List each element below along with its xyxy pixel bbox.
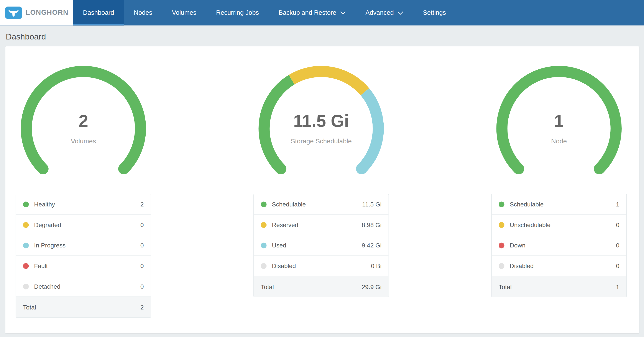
longhorn-bull-icon bbox=[5, 6, 22, 19]
legend-value: 2 bbox=[140, 201, 144, 208]
gauge-arc-segment bbox=[502, 71, 616, 169]
brand-logo[interactable]: LONGHORN bbox=[0, 0, 73, 25]
legend-label: Down bbox=[510, 242, 526, 249]
legend-label: Reserved bbox=[272, 221, 298, 228]
legend-value: 0 bbox=[616, 221, 620, 228]
nav-item-label: Volumes bbox=[172, 9, 196, 16]
legend-value: 0 bbox=[140, 242, 144, 249]
legend-value: 1 bbox=[616, 201, 620, 208]
gray-status-dot bbox=[261, 263, 267, 269]
legend-label: Schedulable bbox=[510, 201, 544, 208]
legend-row: Schedulable11.5 Gi bbox=[254, 194, 388, 215]
legend-value: 0 bbox=[616, 242, 620, 249]
legend-total-row: Total1 bbox=[492, 276, 626, 297]
legend-value: 0 Bi bbox=[371, 262, 382, 269]
nav-item-volumes[interactable]: Volumes bbox=[162, 0, 206, 25]
green-status-dot bbox=[23, 201, 29, 207]
nav-item-label: Dashboard bbox=[83, 9, 114, 16]
storage-gauge: 11.5 Gi Storage Schedulable bbox=[258, 65, 385, 192]
nav-item-label: Backup and Restore bbox=[278, 9, 336, 16]
legend-label: Unschedulable bbox=[510, 221, 550, 228]
chevron-down-icon bbox=[398, 11, 403, 14]
legend-row: Used9.42 Gi bbox=[254, 235, 388, 256]
legend-row: Disabled0 Bi bbox=[254, 256, 388, 276]
nav-item-label: Advanced bbox=[366, 9, 394, 16]
nav-item-recurring-jobs[interactable]: Recurring Jobs bbox=[206, 0, 268, 25]
gray-status-dot bbox=[498, 263, 504, 269]
storage-gauge-chart bbox=[258, 65, 385, 192]
legend-row: In Progress0 bbox=[16, 235, 151, 256]
legend-label: Schedulable bbox=[272, 201, 306, 208]
legend-row: Fault0 bbox=[16, 256, 151, 276]
charts-row: 2 Volumes Healthy2Degraded0In Progress0F… bbox=[16, 65, 627, 318]
nav-item-dashboard[interactable]: Dashboard bbox=[73, 0, 124, 25]
nav-item-label: Recurring Jobs bbox=[216, 9, 259, 16]
yellow-status-dot bbox=[498, 222, 504, 228]
blue-status-dot bbox=[23, 243, 29, 248]
legend-label: Used bbox=[272, 242, 286, 249]
legend-total-value: 1 bbox=[616, 283, 620, 290]
legend-total-label: Total bbox=[23, 304, 36, 311]
legend-value: 11.5 Gi bbox=[362, 201, 382, 208]
legend-label: Healthy bbox=[34, 201, 55, 208]
legend-total-label: Total bbox=[261, 283, 274, 290]
gauge-arc-segment bbox=[26, 71, 140, 169]
storage-legend: Schedulable11.5 GiReserved8.98 GiUsed9.4… bbox=[254, 194, 389, 297]
chevron-down-icon bbox=[340, 11, 346, 14]
node-chart-column: 1 Node Schedulable1Unschedulable0Down0Di… bbox=[491, 65, 627, 318]
gauge-arc-segment bbox=[264, 80, 292, 169]
legend-row: Degraded0 bbox=[16, 215, 151, 235]
legend-total-row: Total29.9 Gi bbox=[254, 276, 388, 297]
yellow-status-dot bbox=[23, 222, 29, 228]
yellow-status-dot bbox=[261, 222, 267, 228]
legend-row: Healthy2 bbox=[16, 194, 151, 215]
red-status-dot bbox=[498, 243, 504, 248]
nav-items: Dashboard Nodes Volumes Recurring Jobs B… bbox=[73, 0, 456, 25]
legend-row: Unschedulable0 bbox=[492, 215, 626, 235]
dashboard-card: 2 Volumes Healthy2Degraded0In Progress0F… bbox=[6, 46, 639, 333]
node-gauge-chart bbox=[495, 65, 623, 192]
nav-item-settings[interactable]: Settings bbox=[413, 0, 456, 25]
volumes-gauge-chart bbox=[20, 65, 147, 192]
green-status-dot bbox=[261, 201, 267, 207]
nav-item-backup-and-restore[interactable]: Backup and Restore bbox=[269, 0, 356, 25]
legend-label: Disabled bbox=[272, 262, 296, 269]
gray-status-dot bbox=[23, 284, 29, 289]
gauge-arc-cap bbox=[594, 163, 605, 174]
legend-value: 9.42 Gi bbox=[362, 242, 382, 249]
legend-total-row: Total2 bbox=[16, 297, 151, 318]
gauge-arc-segment bbox=[292, 71, 365, 92]
legend-label: Degraded bbox=[34, 221, 61, 228]
nav-item-nodes[interactable]: Nodes bbox=[124, 0, 162, 25]
brand-name: LONGHORN bbox=[26, 9, 68, 17]
node-gauge: 1 Node bbox=[495, 65, 623, 192]
legend-row: Disabled0 bbox=[492, 256, 626, 276]
node-legend: Schedulable1Unschedulable0Down0Disabled0… bbox=[491, 194, 627, 297]
gauge-arc-cap bbox=[118, 163, 129, 174]
legend-value: 0 bbox=[140, 262, 144, 269]
legend-value: 0 bbox=[140, 221, 144, 228]
gauge-arc-segment bbox=[362, 92, 378, 169]
legend-value: 0 bbox=[140, 283, 144, 290]
legend-value: 0 bbox=[616, 262, 620, 269]
volumes-gauge: 2 Volumes bbox=[20, 65, 147, 192]
legend-value: 8.98 Gi bbox=[362, 221, 382, 228]
page-title: Dashboard bbox=[6, 32, 639, 42]
blue-status-dot bbox=[261, 243, 267, 248]
nav-item-advanced[interactable]: Advanced bbox=[356, 0, 413, 25]
legend-total-value: 2 bbox=[140, 304, 144, 311]
nav-item-label: Nodes bbox=[134, 9, 152, 16]
legend-row: Down0 bbox=[492, 235, 626, 256]
legend-total-value: 29.9 Gi bbox=[362, 283, 382, 290]
legend-row: Detached0 bbox=[16, 276, 151, 297]
app-window: LONGHORN Dashboard Nodes Volumes Recurri… bbox=[0, 0, 644, 337]
gauge-arc-cap bbox=[356, 163, 367, 174]
top-navbar: LONGHORN Dashboard Nodes Volumes Recurri… bbox=[0, 0, 644, 25]
volumes-chart-column: 2 Volumes Healthy2Degraded0In Progress0F… bbox=[16, 65, 151, 318]
red-status-dot bbox=[23, 263, 29, 269]
page-content: Dashboard 2 Volumes Healthy2Degraded0In … bbox=[0, 32, 644, 333]
legend-label: Detached bbox=[34, 283, 60, 290]
nav-item-label: Settings bbox=[423, 9, 446, 16]
legend-label: Fault bbox=[34, 262, 48, 269]
legend-label: Disabled bbox=[510, 262, 534, 269]
